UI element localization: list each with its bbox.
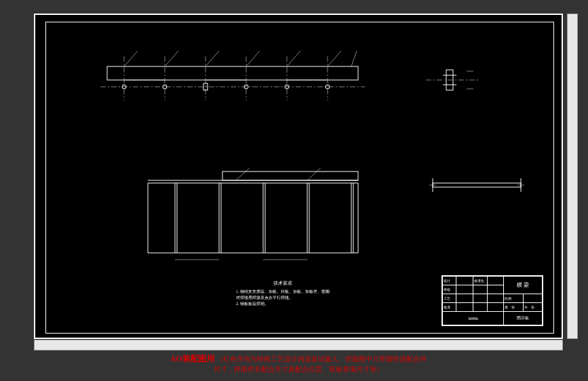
tb-row-label: 标准化 — [473, 277, 487, 285]
cad-canvas[interactable]: 技术要求 1. 钢结支支撑应、加板、封板、加板、加板件、套圈 对焊缝用焊接表点在… — [34, 14, 563, 339]
tech-note-line: 对焊缝用焊接表点在平行焊缝。 — [236, 295, 330, 301]
tb-row-label: 工艺 — [443, 294, 456, 303]
caption-text: （红色字均为特殊工艺设计内容及试验人、焊面图中只带塑性进配合件 — [216, 355, 427, 363]
tech-note-line: 1. 钢结支支撑应、加板、封板、加板、加板件、套圈 — [236, 289, 330, 295]
svg-line-18 — [287, 51, 300, 66]
part-code: M89b — [443, 312, 504, 325]
drawing-frame: 技术要求 1. 钢结支支撑应、加板、封板、加板、加板件、套圈 对焊缝用焊接表点在… — [45, 22, 554, 334]
tech-note-line: 2. 钢板板应焊相。 — [236, 301, 330, 307]
tb-scale-label: 比例 — [504, 294, 523, 303]
svg-line-17 — [246, 51, 260, 66]
svg-rect-35 — [222, 172, 358, 180]
top-view — [100, 49, 365, 100]
tech-notes-title: 技术要求 — [236, 280, 330, 287]
drawing-name: 横 梁 — [504, 277, 543, 294]
top-detail-view — [426, 63, 480, 97]
tb-sheet-label: 第 张 — [504, 303, 523, 312]
title-block: 设计 标准化 横 梁 审核 工艺 比例 批准 — [442, 275, 543, 326]
caption-text: 尺寸，焊面件非配合尺寸及配合位置、双板查项尺寸等） — [214, 365, 383, 373]
svg-rect-50 — [433, 183, 521, 187]
svg-line-46 — [236, 168, 253, 180]
svg-line-16 — [205, 51, 219, 66]
caption: AO装配图用 （红色字均为特殊工艺设计内容及试验人、焊面图中只带塑性进配合件 尺… — [34, 353, 563, 374]
side-detail-view — [426, 175, 528, 202]
vertical-scrollbar[interactable] — [567, 14, 578, 339]
side-view — [141, 168, 365, 263]
project-name: 图示板 — [504, 312, 543, 325]
svg-line-14 — [124, 51, 138, 66]
tb-row-label: 设计 — [443, 277, 456, 285]
svg-line-20 — [351, 51, 357, 66]
tb-total-label: 共 张 — [523, 303, 542, 312]
svg-rect-0 — [107, 66, 358, 80]
caption-title: AO装配图用 — [170, 354, 215, 363]
horizontal-scrollbar[interactable] — [34, 340, 563, 350]
technical-requirements: 技术要求 1. 钢结支支撑应、加板、封板、加板、加板件、套圈 对焊缝用焊接表点在… — [236, 280, 330, 307]
tb-row-label: 批准 — [443, 303, 456, 312]
tb-row-label: 审核 — [443, 285, 456, 294]
svg-line-19 — [328, 51, 341, 66]
svg-line-15 — [165, 51, 178, 66]
svg-line-47 — [307, 168, 324, 180]
